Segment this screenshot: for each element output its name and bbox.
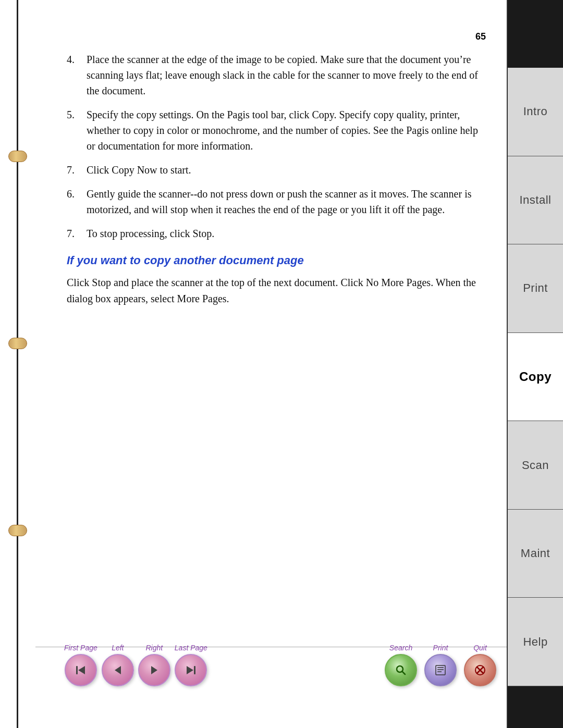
svg-rect-5 (194, 666, 195, 674)
svg-marker-1 (78, 666, 85, 674)
svg-marker-4 (187, 666, 193, 674)
nav-last-page-group: Last Page (175, 644, 207, 686)
nav-print-group: Print (424, 644, 457, 686)
list-item: 7. Click Copy Now to start. (67, 162, 486, 178)
nav-bar: First Page Left Right Last Page (35, 644, 507, 686)
sidebar-item-scan[interactable]: Scan (508, 421, 563, 510)
quit-label: Quit (473, 644, 487, 652)
sidebar-bottom (508, 686, 563, 728)
first-page-label: First Page (64, 644, 97, 652)
svg-marker-3 (151, 666, 157, 674)
ring-bottom (8, 525, 27, 536)
sidebar-item-print[interactable]: Print (508, 244, 563, 333)
sidebar: Intro Install Print Copy Scan Maint Help (507, 0, 563, 728)
nav-left-group: Left (102, 644, 134, 686)
section-heading: If you want to copy another document pag… (67, 254, 486, 267)
sidebar-item-help[interactable]: Help (508, 598, 563, 686)
left-button[interactable] (102, 654, 134, 686)
svg-marker-2 (115, 666, 121, 674)
nav-first-page-group: First Page (64, 644, 97, 686)
main-content: 65 4. Place the scanner at the edge of t… (35, 0, 507, 728)
sidebar-item-maint[interactable]: Maint (508, 510, 563, 598)
svg-line-7 (402, 672, 406, 675)
nav-search-group: Search (385, 644, 417, 686)
list-item: 4. Place the scanner at the edge of the … (67, 52, 486, 98)
sidebar-item-copy[interactable]: Copy (508, 333, 563, 422)
list-item: 6. Gently guide the scanner--do not pres… (67, 186, 486, 217)
ring-top (8, 151, 27, 162)
list-item: 5. Specify the copy settings. On the Pag… (67, 107, 486, 154)
last-page-label: Last Page (175, 644, 207, 652)
page-number: 65 (67, 31, 486, 42)
print-button[interactable] (424, 654, 457, 686)
content-list: 4. Place the scanner at the edge of the … (67, 52, 486, 241)
svg-rect-8 (436, 665, 445, 675)
right-button[interactable] (138, 654, 170, 686)
list-item: 7. To stop processing, click Stop. (67, 226, 486, 241)
quit-button[interactable] (464, 654, 496, 686)
search-label: Search (389, 644, 412, 652)
sidebar-top (508, 0, 563, 68)
last-page-button[interactable] (175, 654, 207, 686)
spine (0, 0, 35, 728)
first-page-button[interactable] (65, 654, 97, 686)
search-button[interactable] (385, 654, 417, 686)
sidebar-item-install[interactable]: Install (508, 156, 563, 245)
section-body: Click Stop and place the scanner at the … (67, 275, 486, 307)
right-label: Right (145, 644, 163, 652)
nav-quit-group: Quit (464, 644, 496, 686)
sidebar-item-intro[interactable]: Intro (508, 68, 563, 156)
nav-right-group: Right (138, 644, 170, 686)
ring-middle (8, 338, 27, 349)
print-label: Print (433, 644, 448, 652)
svg-rect-0 (76, 666, 78, 674)
left-label: Left (112, 644, 124, 652)
